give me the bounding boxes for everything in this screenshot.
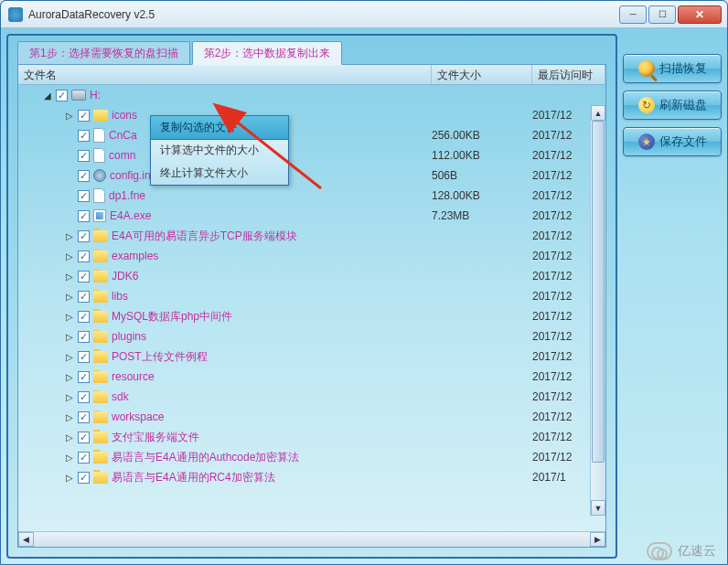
menu-copy-checked[interactable]: 复制勾选的文件	[150, 115, 289, 140]
file-name: sdk	[112, 390, 129, 403]
expander-icon[interactable]	[64, 211, 74, 221]
minimize-button[interactable]: ─	[619, 5, 647, 24]
expander-icon[interactable]: ▷	[64, 392, 74, 402]
expander-icon[interactable]: ▷	[64, 272, 74, 282]
watermark-text: 亿速云	[678, 543, 716, 560]
menu-stop-calc[interactable]: 终止计算文件大小	[151, 162, 288, 185]
checkbox[interactable]	[78, 190, 90, 202]
checkbox[interactable]	[78, 291, 90, 303]
close-button[interactable]: ✕	[678, 5, 722, 24]
col-header-name[interactable]: 文件名	[18, 65, 432, 84]
expander-icon[interactable]: ▷	[64, 412, 74, 422]
expander-icon[interactable]: ◢	[42, 91, 52, 101]
table-row[interactable]: ▷resource2017/12	[18, 367, 605, 387]
file-name: resource	[112, 370, 155, 383]
tab-step1[interactable]: 第1步：选择需要恢复的盘扫描	[17, 41, 190, 65]
table-row[interactable]: CnCa256.00KB2017/12	[18, 125, 605, 145]
horizontal-scrollbar[interactable]: ◀ ▶	[18, 531, 605, 547]
expander-icon[interactable]: ▷	[64, 432, 74, 442]
checkbox[interactable]	[78, 110, 90, 122]
app-window: AuroraDataRecovery v2.5 ─ ☐ ✕ 第1步：选择需要恢复…	[0, 0, 728, 565]
checkbox[interactable]	[78, 452, 90, 464]
scan-label: 扫描恢复	[659, 60, 707, 77]
table-row[interactable]: ▷易语言与E4A通用的Authcode加密算法2017/12	[18, 447, 605, 467]
expander-icon[interactable]: ▷	[64, 111, 74, 121]
table-row[interactable]: ▷POST上传文件例程2017/12	[18, 346, 605, 367]
scan-recover-button[interactable]: 扫描恢复	[623, 54, 722, 83]
checkbox[interactable]	[78, 371, 90, 383]
checkbox[interactable]	[78, 210, 90, 222]
expander-icon[interactable]	[64, 191, 74, 201]
scroll-thumb[interactable]	[592, 121, 605, 463]
vertical-scrollbar[interactable]: ▲ ▼	[590, 105, 605, 516]
table-row[interactable]: ▷支付宝服务端文件2017/12	[18, 427, 605, 447]
save-star-icon	[638, 133, 655, 150]
checkbox[interactable]	[78, 271, 90, 282]
table-row[interactable]: ▷sdk2017/12	[18, 387, 605, 407]
checkbox[interactable]	[78, 251, 90, 262]
table-row[interactable]: ▷workspace2017/12	[18, 407, 605, 427]
tab-step2[interactable]: 第2步：选中数据复制出来	[192, 41, 343, 65]
table-row[interactable]: dp1.fne128.00KB2017/12	[18, 186, 605, 206]
scroll-right-button[interactable]: ▶	[590, 532, 605, 547]
file-size: 128.00KB	[432, 189, 532, 202]
app-icon	[8, 7, 23, 22]
expander-icon[interactable]	[64, 131, 74, 141]
scroll-up-button[interactable]: ▲	[591, 105, 605, 121]
expander-icon[interactable]	[64, 151, 74, 161]
refresh-disk-button[interactable]: 刷新磁盘	[623, 91, 722, 120]
titlebar[interactable]: AuroraDataRecovery v2.5 ─ ☐ ✕	[1, 1, 727, 28]
checkbox[interactable]	[78, 391, 90, 403]
window-title: AuroraDataRecovery v2.5	[28, 8, 619, 21]
expander-icon[interactable]: ▷	[64, 473, 74, 483]
file-name: config.ini	[110, 169, 153, 182]
file-size: 506B	[432, 169, 532, 182]
table-row[interactable]: ▷icons2017/12	[18, 105, 605, 125]
grid-header: 文件名 文件大小 最后访问时	[18, 65, 605, 85]
expander-icon[interactable]: ▷	[64, 312, 74, 322]
checkbox[interactable]	[78, 150, 90, 162]
folder-icon	[93, 472, 108, 484]
drive-row[interactable]: ◢H:	[18, 85, 605, 105]
expander-icon[interactable]: ▷	[64, 251, 74, 261]
maximize-button[interactable]: ☐	[648, 5, 676, 24]
checkbox[interactable]	[78, 331, 90, 343]
checkbox[interactable]	[78, 472, 90, 484]
checkbox[interactable]	[56, 90, 68, 101]
table-row[interactable]: ▷plugins2017/12	[18, 326, 605, 346]
checkbox[interactable]	[78, 130, 90, 142]
expander-icon[interactable]: ▷	[64, 372, 74, 382]
checkbox[interactable]	[78, 432, 90, 443]
scroll-left-button[interactable]: ◀	[18, 532, 34, 547]
save-label: 保存文件	[659, 133, 707, 150]
checkbox[interactable]	[78, 411, 90, 423]
table-row[interactable]: comn112.00KB2017/12	[18, 145, 605, 165]
expander-icon[interactable]: ▷	[64, 332, 74, 342]
table-row[interactable]: ▷MySQL数据库php中间件2017/12	[18, 306, 605, 326]
col-header-size[interactable]: 文件大小	[432, 65, 532, 84]
checkbox[interactable]	[78, 311, 90, 323]
checkbox[interactable]	[78, 170, 90, 182]
file-size: 112.00KB	[432, 149, 532, 162]
col-header-date[interactable]: 最后访问时	[532, 65, 605, 84]
table-row[interactable]: E4A.exe7.23MB2017/12	[18, 206, 605, 226]
save-file-button[interactable]: 保存文件	[623, 127, 722, 156]
magnifier-icon	[638, 60, 655, 77]
expander-icon[interactable]: ▷	[64, 231, 74, 241]
expander-icon[interactable]: ▷	[64, 453, 74, 463]
scroll-down-button[interactable]: ▼	[591, 500, 605, 516]
table-row[interactable]: ▷libs2017/12	[18, 286, 605, 306]
expander-icon[interactable]	[64, 171, 74, 181]
drive-label: H:	[90, 89, 101, 101]
table-row[interactable]: ▷E4A可用的易语言异步TCP服务端模块2017/12	[18, 226, 605, 246]
table-row[interactable]: ▷examples2017/12	[18, 246, 605, 266]
sidebar: 扫描恢复 刷新磁盘 保存文件	[623, 34, 722, 559]
table-row[interactable]: config.ini506B2017/12	[18, 165, 605, 186]
checkbox[interactable]	[78, 230, 90, 242]
table-row[interactable]: ▷易语言与E4A通用的RC4加密算法2017/1	[18, 467, 605, 487]
menu-calc-size[interactable]: 计算选中文件的大小	[151, 139, 288, 162]
table-row[interactable]: ▷JDK62017/12	[18, 266, 605, 286]
expander-icon[interactable]: ▷	[64, 292, 74, 302]
expander-icon[interactable]: ▷	[64, 352, 74, 362]
checkbox[interactable]	[78, 351, 90, 363]
